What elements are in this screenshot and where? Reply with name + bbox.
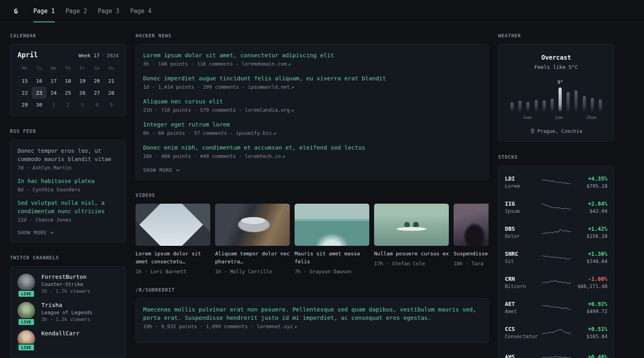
page-tab[interactable]: Page 1	[33, 0, 55, 22]
calendar-day: 22	[17, 87, 32, 99]
weekday-label: Tu	[32, 64, 46, 75]
rss-item-title[interactable]: Sed volutpat nulla nisl, a condimentum n…	[17, 199, 118, 216]
calendar-year: 2024	[107, 53, 118, 58]
hackernews-item-stats: 1d · 1,414 points · 299 comments ·	[143, 84, 248, 90]
subreddit-post-stats: 19h · 9,932 points · 1,090 comments ·	[143, 323, 257, 329]
stock-change: +0.51%	[571, 326, 607, 332]
weather-time-label	[570, 115, 578, 121]
stock-name: Amet	[505, 308, 542, 314]
stock-row[interactable]: SNRC Sit +1.36% $148.64	[505, 245, 607, 270]
stock-change: +1.36%	[571, 251, 607, 257]
hackernews-item-domain[interactable]: loremdomain.com	[242, 61, 287, 67]
stock-row[interactable]: IIG Ipsum +2.84% $42.04	[505, 195, 607, 220]
hackernews-item-stats: 6h · 60 points · 57 comments ·	[143, 130, 236, 136]
stock-name: Bitcorn	[505, 283, 542, 289]
page-tabs: Page 1 Page 2 Page 3 Page 4	[33, 0, 152, 22]
weather-bar	[518, 101, 522, 111]
hackernews-show-more-button[interactable]: SHOW MORE	[143, 167, 180, 174]
show-more-label: SHOW MORE	[17, 230, 47, 235]
subreddit-card: Maecenas mollis pulvinar erat non posuer…	[136, 298, 489, 343]
channel-meta: 1h · 1.7k viewers	[41, 288, 90, 294]
video-title[interactable]: Nullam posuere cursus ex	[374, 250, 449, 258]
hackernews-list: Lorem ipsum dolor sit amet, consectetur …	[143, 51, 481, 159]
video-title[interactable]: Aliquam tempor dolor nec pharetra…	[215, 250, 290, 266]
stock-row[interactable]: CCS Consectetur +0.51% $165.84	[505, 320, 607, 345]
stock-sparkline	[542, 252, 571, 263]
calendar-day: 20	[89, 75, 104, 87]
hackernews-item-title[interactable]: Donec enim nibh, condimentum et accumsan…	[143, 144, 481, 152]
subreddit-post-title[interactable]: Maecenas mollis pulvinar erat non posuer…	[143, 305, 481, 322]
twitch-channel-row[interactable]: LIVE ForrestBurton Counter-Strike 1h · 1…	[17, 274, 118, 294]
stock-change: +0.46%	[571, 354, 607, 358]
video-meta: 7h · Grayson Dawson	[295, 268, 369, 274]
hackernews-item-domain[interactable]: loremlandia.org	[245, 107, 290, 113]
hackernews-item-title[interactable]: Aliquam nec cursus elit	[143, 97, 481, 106]
rss-item-title[interactable]: In hac habitasse platea	[17, 177, 118, 185]
calendar-day: 5	[104, 99, 118, 111]
rss-item-title[interactable]: Donec tempor eros leo, ut commodo mauris…	[17, 147, 118, 163]
right-column: WEATHER Overcast Feels like 5°C 9° 6am2p…	[498, 33, 614, 358]
hackernews-item-title[interactable]: Integer eget rutrum lorem	[143, 121, 481, 129]
weather-time-label: 2pm	[555, 115, 563, 121]
stock-sparkline	[542, 302, 571, 313]
stock-row[interactable]: AET Amet +0.92% $499.72	[505, 295, 607, 320]
video-title[interactable]: Mauris sit amet massa felis	[295, 250, 369, 266]
stock-price: $499.72	[571, 308, 607, 314]
subreddit-post-domain[interactable]: loremnet.xyz	[257, 323, 293, 329]
stock-ticker: LDI	[505, 175, 542, 182]
hackernews-item-domain[interactable]: ipsumify.biz	[236, 130, 272, 136]
rss-show-more-button[interactable]: SHOW MORE	[17, 229, 54, 236]
weather-temp-label	[564, 77, 572, 85]
hackernews-item-domain[interactable]: loremtech.co	[245, 153, 281, 159]
stock-ticker: IIG	[505, 200, 542, 207]
weather-bar	[599, 99, 602, 111]
video-thumbnail[interactable]	[136, 204, 210, 246]
hackernews-item-meta: 16h · 468 points · 440 comments · loremt…	[143, 153, 481, 159]
hackernews-item-title[interactable]: Lorem ipsum dolor sit amet, consectetur …	[143, 51, 481, 60]
stock-name: Lorem	[505, 183, 542, 189]
rss-widget: RSS FEED Donec tempor eros leo, ut commo…	[10, 128, 126, 242]
weather-section-title: WEATHER	[498, 33, 614, 39]
video-thumbnail[interactable]	[295, 204, 369, 246]
hackernews-item: Donec imperdiet augue tincidunt felis al…	[143, 74, 481, 90]
twitch-channel-row[interactable]: LIVE Trisha League of Legends 3h · 1.2k …	[17, 302, 118, 322]
stock-ticker: DBS	[505, 226, 542, 232]
stock-row[interactable]: DBS Dolor +1.42% $156.28	[505, 220, 607, 245]
weather-bar	[566, 92, 570, 111]
video-title[interactable]: Lorem ipsum dolor sit amet consectetu…	[136, 250, 210, 266]
hackernews-item-meta: 3h · 148 points · 116 comments · loremdo…	[143, 61, 481, 67]
video-thumbnail[interactable]	[374, 204, 449, 246]
weather-bar	[551, 99, 554, 111]
calendar-header: April Week 17·2024	[17, 51, 118, 59]
live-badge: LIVE	[18, 344, 35, 351]
weather-time-label	[563, 115, 570, 121]
twitch-channel-row[interactable]: LIVE KendallCarr	[17, 330, 118, 348]
calendar-section-title: CALENDAR	[10, 33, 126, 39]
weather-condition: Overcast	[505, 54, 607, 61]
location-pin-icon	[530, 128, 535, 134]
page-tab[interactable]: Page 4	[130, 0, 151, 22]
app-logo[interactable]: G	[10, 0, 26, 22]
video-thumbnail[interactable]	[215, 204, 290, 246]
hackernews-item-domain[interactable]: ipsumworld.net	[248, 84, 289, 90]
external-link-icon: ↗	[294, 323, 297, 329]
stock-row[interactable]: AHS +0.46%	[505, 345, 607, 358]
stock-name: Ipsum	[505, 208, 542, 214]
video-thumbnail[interactable]	[454, 204, 489, 246]
page-tab[interactable]: Page 2	[66, 0, 87, 22]
stock-row[interactable]: CRN Bitcorn -1.00% $66,171.48	[505, 270, 607, 295]
stock-values: +0.46%	[571, 354, 607, 358]
calendar-month: April	[17, 51, 38, 59]
hackernews-item-title[interactable]: Donec imperdiet augue tincidunt felis al…	[143, 74, 481, 83]
channel-info: Trisha League of Legends 3h · 1.2k viewe…	[41, 302, 92, 322]
chevron-down-icon	[50, 232, 54, 234]
stock-sparkline	[542, 277, 571, 288]
stock-values: +1.42% $156.28	[571, 226, 607, 239]
hackernews-item-stats: 3h · 148 points · 116 comments ·	[143, 61, 242, 67]
stock-row[interactable]: LDI Lorem +4.35% $795.18	[505, 169, 607, 195]
calendar-day: 25	[61, 87, 75, 99]
page-tab[interactable]: Page 3	[98, 0, 119, 22]
calendar-week-year: Week 17·2024	[79, 53, 118, 58]
rss-item-meta: 7d · Ashlyn Martin	[17, 165, 118, 171]
video-title[interactable]: Suspendisse sodales diam	[454, 250, 489, 258]
